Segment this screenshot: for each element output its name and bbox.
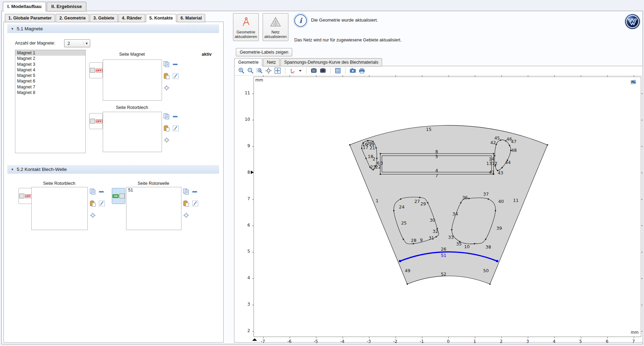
zoom-in-icon[interactable]: [238, 67, 245, 74]
magnet-list-item[interactable]: Magnet 3: [15, 62, 85, 67]
edge-label-35[interactable]: 35: [456, 241, 462, 246]
edge-label-13[interactable]: 13: [486, 161, 492, 166]
paste-icon[interactable]: [183, 200, 189, 207]
scene-dark-icon[interactable]: [319, 67, 326, 74]
clear-selection-icon[interactable]: [99, 200, 105, 207]
edge-label-47[interactable]: 47: [511, 139, 517, 144]
edge-label-4[interactable]: 4: [435, 168, 438, 173]
edge-label-18[interactable]: 18: [368, 154, 373, 159]
tab-2-geometrie[interactable]: 2. Geometrie: [56, 14, 89, 22]
tab-ii-ergebnisse[interactable]: II. Ergebnisse: [47, 2, 86, 11]
tab-5-kontakte[interactable]: 5. Kontakte: [146, 14, 176, 22]
edge-label-34[interactable]: 34: [452, 211, 458, 217]
geometrie-aktualisieren-button[interactable]: Geometrie aktualisieren: [233, 13, 259, 41]
axis-orientation-icon[interactable]: [289, 67, 296, 74]
scene-light-icon[interactable]: [310, 67, 317, 74]
copy-icon[interactable]: [90, 188, 96, 195]
tab-6-material[interactable]: 6. Material: [177, 14, 205, 22]
edge-label-41[interactable]: 41: [489, 170, 495, 175]
edge-label-49[interactable]: 49: [405, 268, 410, 273]
seite-rotorblech-selection-list[interactable]: [103, 112, 162, 152]
paste-icon[interactable]: [163, 73, 170, 79]
tab-i-modellaufbau[interactable]: I. Modellaufbau: [3, 2, 46, 11]
paste-icon[interactable]: [90, 200, 96, 207]
zoom-to-selection-icon[interactable]: [163, 137, 170, 143]
netz-aktualisieren-button[interactable]: Netz aktualisieren: [263, 13, 288, 41]
edge-label-28[interactable]: 28: [411, 238, 417, 243]
magnet-list-item[interactable]: Magnet 4: [15, 67, 85, 73]
edge-label-30[interactable]: 30: [430, 218, 435, 223]
remove-icon[interactable]: [172, 61, 179, 68]
edge-label-5[interactable]: 5: [435, 154, 438, 159]
magnet-list-item[interactable]: Magnet 2: [15, 56, 85, 61]
edge-label-52[interactable]: 52: [441, 272, 447, 277]
tab-1-globale-parameter[interactable]: 1. Globale Parameter: [5, 14, 55, 22]
zoom-out-icon[interactable]: [247, 67, 254, 74]
edge-label-27[interactable]: 27: [414, 199, 420, 204]
plot-area[interactable]: 1234567891011121314151617181920212223242…: [254, 77, 641, 337]
zoom-to-selection-icon[interactable]: [183, 212, 189, 219]
kontakt-rotorwelle-selection-list[interactable]: 51: [126, 187, 181, 230]
collapse-triangle-icon[interactable]: ▼: [11, 168, 14, 171]
edge-label-48[interactable]: 48: [511, 148, 517, 153]
edge-label-8[interactable]: 8: [435, 149, 438, 154]
copy-icon[interactable]: [163, 113, 170, 120]
edge-label-43[interactable]: 43: [498, 170, 503, 175]
edge-label-7[interactable]: 7: [435, 173, 438, 178]
plot-image-icon[interactable]: [630, 79, 637, 87]
edge-label-37[interactable]: 37: [483, 191, 489, 197]
edge-label-44[interactable]: 44: [505, 160, 511, 165]
magnet-list[interactable]: Magnet 1Magnet 2Magnet 3Magnet 4Magnet 5…: [15, 50, 86, 153]
magnet-list-item[interactable]: Magnet 8: [15, 90, 85, 95]
edge-label-11[interactable]: 11: [513, 198, 519, 203]
zoom-to-selection-icon[interactable]: [163, 85, 170, 91]
edge-label-12[interactable]: 12: [492, 161, 497, 166]
tab-netz[interactable]: Netz: [263, 58, 280, 66]
magnet-list-item[interactable]: Magnet 7: [15, 84, 85, 90]
selection-item[interactable]: 51: [126, 187, 181, 193]
edge-label-14[interactable]: 14: [489, 156, 494, 162]
toggle-seite-rotorblech[interactable]: OFF: [89, 113, 103, 129]
collapse-triangle-icon[interactable]: ▼: [11, 27, 14, 31]
edge-label-26[interactable]: 26: [441, 246, 447, 252]
edge-label-1[interactable]: 1: [376, 198, 379, 203]
kontakt-rotorblech-selection-list[interactable]: [31, 187, 88, 230]
section-header-kontakt[interactable]: ▼ 5.2 Kontakt Blech-Welle: [7, 165, 219, 174]
geometrie-labels-zeigen-button[interactable]: Geometrie-Labels zeigen: [236, 48, 292, 56]
toggle-kontakt-rotorblech[interactable]: OFF: [18, 188, 32, 204]
edge-label-36[interactable]: 36: [462, 195, 468, 200]
edge-label-22[interactable]: 22: [375, 164, 381, 170]
edge-label-40[interactable]: 40: [498, 199, 504, 204]
edge-label-9[interactable]: 9: [420, 237, 423, 243]
edge-label-51[interactable]: 51: [441, 253, 447, 258]
zoom-extents-icon[interactable]: [274, 67, 281, 74]
snapshot-camera-icon[interactable]: [349, 67, 356, 74]
zoom-selected-icon[interactable]: [265, 67, 272, 74]
toggle-seite-magnet[interactable]: OFF: [89, 62, 103, 78]
edge-label-31[interactable]: 31: [429, 235, 434, 241]
remove-icon[interactable]: [192, 188, 199, 195]
anzahl-magnete-select[interactable]: 2 ▼: [64, 39, 90, 47]
edge-label-38[interactable]: 38: [486, 244, 491, 250]
magnet-list-item[interactable]: Magnet 6: [15, 78, 85, 84]
edge-label-50[interactable]: 50: [483, 268, 489, 273]
clear-selection-icon[interactable]: [172, 73, 179, 79]
paste-icon[interactable]: [163, 125, 170, 132]
edge-label-39[interactable]: 39: [496, 226, 502, 231]
seite-magnet-selection-list[interactable]: [103, 60, 162, 101]
edge-label-33[interactable]: 33: [448, 235, 454, 240]
zoom-box-icon[interactable]: [256, 67, 263, 74]
copy-icon[interactable]: [183, 188, 189, 195]
remove-icon[interactable]: [172, 113, 179, 120]
chevron-down-icon[interactable]: [298, 67, 302, 74]
edge-label-15[interactable]: 15: [426, 127, 432, 132]
grid-icon[interactable]: [334, 67, 341, 74]
edge-label-24[interactable]: 24: [399, 204, 405, 210]
edge-label-23[interactable]: 23: [370, 164, 376, 170]
magnet-list-item[interactable]: Magnet 1: [15, 50, 85, 56]
edge-label-32[interactable]: 32: [433, 229, 438, 234]
clear-selection-icon[interactable]: [172, 125, 179, 132]
toggle-kontakt-rotorwelle[interactable]: ON: [112, 188, 125, 204]
edge-label-10[interactable]: 10: [464, 244, 470, 249]
clear-selection-icon[interactable]: [192, 200, 199, 207]
